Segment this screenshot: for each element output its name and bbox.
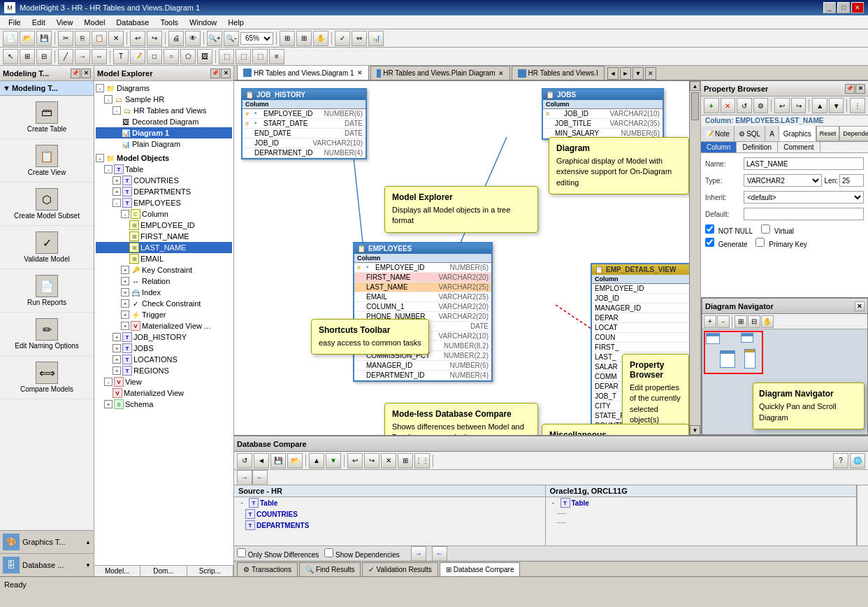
tree-departments[interactable]: + T DEPARTMENTS	[96, 186, 232, 197]
table-job-history[interactable]: 📋 JOB_HISTORY Column # * EMPLOYEE_ID NUM…	[241, 88, 367, 159]
dbc-scroll[interactable]	[857, 485, 868, 545]
polygon-btn[interactable]: ⬠	[180, 49, 196, 64]
jobs-row-0[interactable]: # JOB_ID VARCHAR2(10)	[543, 109, 663, 119]
tree-key-constraint[interactable]: + 🔑 Key Constraint	[96, 264, 232, 276]
pb-tab-a[interactable]: A	[765, 126, 779, 141]
diagram-vscroll[interactable]: ▲ ▼	[689, 81, 700, 435]
arrow-btn[interactable]: →	[75, 49, 90, 64]
tree-diagrams[interactable]: - 📁 Diagrams	[96, 83, 232, 94]
tree-view-section[interactable]: - V View	[96, 376, 232, 387]
tab-plain[interactable]: HR Tables and Views.Plain Diagram ✕	[370, 66, 510, 80]
new-btn[interactable]: 📄	[3, 31, 18, 46]
edv-row-4[interactable]: LOCAT	[592, 323, 689, 333]
pan-btn[interactable]: ✋	[313, 31, 328, 46]
note-btn[interactable]: 📝	[130, 49, 145, 64]
emp-row-1[interactable]: FIRST_NAME VARCHAR2(20)	[354, 273, 491, 283]
expand-mo-icon[interactable]: -	[96, 154, 104, 162]
jh-row-0[interactable]: # * EMPLOYEE_ID NUMBER(6)	[243, 109, 366, 119]
dbc-redo-btn[interactable]: ↪	[364, 453, 379, 469]
dn-close-btn[interactable]: ✕	[855, 301, 865, 311]
emp-row-3[interactable]: EMAIL VARCHAR2(25)	[354, 292, 491, 302]
tree-schema[interactable]: + S Schema	[96, 399, 232, 410]
edv-row-1[interactable]: JOB_ID	[592, 294, 689, 304]
status-tab-validation[interactable]: ✓ Validation Results	[362, 562, 437, 576]
menu-tools[interactable]: Tools	[154, 17, 184, 28]
menu-file[interactable]: File	[3, 17, 27, 28]
menu-database[interactable]: Database	[110, 17, 154, 28]
align-right-btn[interactable]: ⬚	[236, 49, 251, 64]
expand-matview-icon[interactable]: +	[121, 322, 129, 330]
distribute-btn[interactable]: ≡	[269, 49, 284, 64]
tab-list-btn[interactable]: ▼	[632, 67, 644, 80]
dbc-help-btn[interactable]: ?	[833, 453, 848, 469]
pb-undo-btn[interactable]: ↩	[774, 98, 790, 113]
pb-inherit-select[interactable]: <default>	[744, 191, 864, 203]
open-btn[interactable]: 📂	[20, 31, 35, 46]
table-jobs[interactable]: 📋 JOBS Column # JOB_ID VARCHAR2(10)	[542, 88, 664, 140]
pb-subtab-column[interactable]: Column	[701, 142, 737, 152]
dbc-source-departments[interactable]: T DEPARTMENTS	[234, 520, 545, 531]
cut-btn[interactable]: ✂	[58, 31, 73, 46]
shortcut-create-model-subset[interactable]: ⬡ Create Model Subset	[0, 183, 94, 226]
dn-fit-btn[interactable]: ⊞	[735, 315, 747, 328]
dn-zoom-in-btn[interactable]: +	[704, 315, 716, 328]
tree-relation[interactable]: + ↔ Relation	[96, 276, 232, 287]
tree-table-group[interactable]: - T Table	[96, 164, 232, 175]
text-btn[interactable]: T	[113, 49, 129, 64]
fit-btn[interactable]: ⊞	[280, 31, 295, 46]
diagram-canvas[interactable]: 📋 JOB_HISTORY Column # * EMPLOYEE_ID NUM…	[234, 81, 700, 435]
expand-index-icon[interactable]: +	[121, 288, 129, 297]
pb-subtab-comment[interactable]: Comment	[778, 142, 820, 152]
line-btn[interactable]: ╱	[58, 49, 73, 64]
dbc-source-countries[interactable]: T COUNTRIES	[234, 508, 545, 520]
tree-materialized-view[interactable]: V Materialized View	[96, 387, 232, 399]
tab-next-btn[interactable]: ►	[620, 67, 631, 80]
tab-diagram1[interactable]: HR Tables and Views.Diagram 1 ✕	[237, 66, 369, 80]
edv-row-6[interactable]: FIRST_	[592, 343, 689, 352]
expand-employees-icon[interactable]: -	[113, 199, 121, 207]
shortcut-run-reports[interactable]: 📄 Run Reports	[0, 269, 94, 313]
tree-index[interactable]: + 📇 Index	[96, 287, 232, 298]
tree-first-name[interactable]: ⊞ FIRST_NAME	[96, 231, 232, 242]
pb-up-btn[interactable]: ▲	[812, 98, 827, 113]
dn-pan-btn[interactable]: ✋	[761, 315, 774, 328]
expand-check-icon[interactable]: +	[121, 299, 129, 308]
expand-regions-icon[interactable]: +	[113, 366, 121, 375]
pb-redo-btn[interactable]: ↪	[791, 98, 806, 113]
pb-remove-btn[interactable]: ✕	[721, 98, 736, 113]
jh-row-4[interactable]: DEPARTMENT_ID NUMBER(4)	[243, 148, 366, 158]
dbc-only-diff-checkbox[interactable]	[237, 548, 246, 557]
tree-model-objects[interactable]: - 📁 Model Objects	[96, 152, 232, 164]
expand-locations-icon[interactable]: +	[113, 355, 121, 364]
tree-locations[interactable]: + T LOCATIONS	[96, 354, 232, 365]
pb-deps-btn[interactable]: Dependencies	[839, 126, 868, 141]
jobs-row-1[interactable]: JOB_TITLE VARCHAR2(35)	[543, 119, 663, 129]
tree-employee-id[interactable]: ⊞ EMPLOYEE_ID	[96, 220, 232, 231]
expand-sample-hr-icon[interactable]: -	[104, 95, 113, 103]
expand-key-icon[interactable]: +	[121, 266, 129, 274]
pb-settings-btn[interactable]: ⚙	[753, 98, 769, 113]
pb-default-input[interactable]	[744, 208, 864, 220]
me-pin-btn[interactable]: 📌	[210, 69, 220, 78]
tree-employees[interactable]: - T EMPLOYEES	[96, 197, 232, 208]
align-top-btn[interactable]: ⬚	[252, 49, 268, 64]
redo-btn[interactable]: ↪	[147, 31, 162, 46]
box-btn[interactable]: □	[147, 49, 162, 64]
pb-pin-btn[interactable]: 📌	[845, 84, 855, 94]
tree-trigger[interactable]: + ⚡ Trigger	[96, 309, 232, 320]
vscroll-thumb[interactable]	[691, 92, 699, 120]
pb-primary-key-checkbox[interactable]	[755, 238, 765, 247]
pb-name-input[interactable]	[744, 157, 864, 170]
expand-relation-icon[interactable]: +	[121, 277, 129, 285]
vscroll-up-btn[interactable]: ▲	[690, 81, 700, 91]
dn-grid-btn[interactable]: ⊟	[748, 315, 760, 328]
dbc-refresh-btn[interactable]: ↺	[237, 453, 252, 469]
tree-check-constraint[interactable]: + ✓ Check Constraint	[96, 298, 232, 309]
dbc-footer-right-btn[interactable]: →	[411, 546, 426, 562]
table-tool-btn[interactable]: ⊞	[20, 49, 35, 64]
expand-diagrams-icon[interactable]: -	[96, 84, 104, 92]
tab-close-all-btn[interactable]: ✕	[645, 67, 656, 80]
dbc-target-table-group[interactable]: - T Table	[546, 497, 857, 508]
tab-diagram1-close[interactable]: ✕	[357, 69, 363, 76]
jh-row-2[interactable]: END_DATE DATE	[243, 129, 366, 138]
